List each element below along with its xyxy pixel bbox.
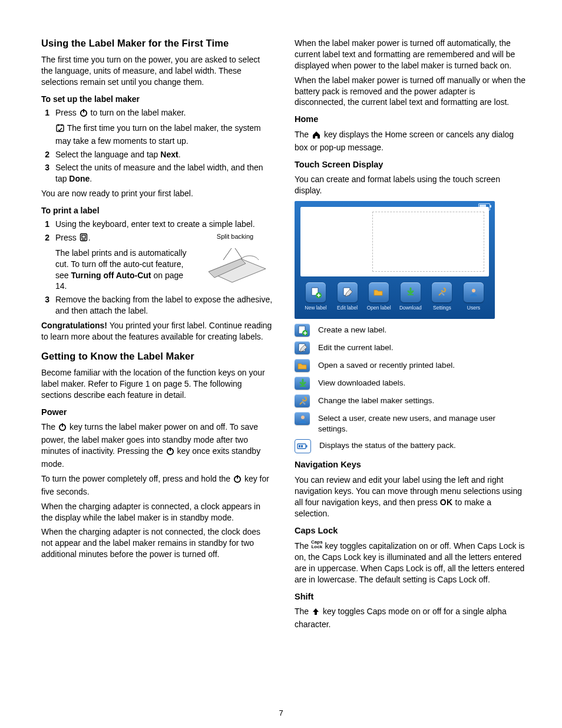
split-backing-icon (200, 242, 270, 284)
tsd-text: You can create and format labels using t… (295, 174, 527, 196)
print-key-icon (79, 232, 88, 245)
open-label-icon (295, 359, 310, 372)
caps-lock-key-icon: CapsLock (311, 540, 323, 549)
auto-off-text: When the label maker power is turned off… (295, 38, 527, 71)
svg-line-19 (223, 248, 232, 260)
ok-key-icon: OK (440, 498, 453, 507)
power-icon (58, 422, 67, 434)
label-canvas (300, 207, 489, 276)
home-toolbar: New label Edit label Open label Download… (300, 282, 489, 311)
users-button[interactable]: Users (459, 282, 488, 311)
svg-line-20 (235, 248, 242, 259)
shift-heading: Shift (295, 591, 527, 603)
caps-heading: Caps Lock (295, 525, 527, 537)
icon-legend: Create a new label. Edit the current lab… (295, 324, 527, 453)
print-step-3: Remove the backing from the label to exp… (55, 294, 273, 317)
nav-heading: Navigation Keys (295, 459, 527, 471)
congrats-text: Congratulations! You printed your first … (41, 320, 273, 342)
left-column: Using the Label Maker for the First Time… (41, 29, 273, 704)
home-heading: Home (295, 114, 527, 126)
download-icon (295, 377, 310, 390)
manual-off-text: When the label maker power is turned off… (295, 75, 527, 108)
startup-note: The first time you turn on the label mak… (55, 123, 261, 146)
settings-icon (295, 394, 310, 407)
power-heading: Power (41, 407, 273, 419)
power-icon (166, 446, 175, 459)
power-p4: When the charging adapter is not connect… (41, 526, 273, 560)
edit-label-icon (295, 341, 310, 354)
new-label-icon (295, 324, 310, 337)
setup-steps: 1 Press to turn on the label maker. The … (41, 107, 273, 185)
home-icon (311, 130, 322, 142)
open-label-button[interactable]: Open label (365, 282, 393, 311)
tsd-heading: Touch Screen Display (295, 159, 527, 171)
shift-arrow-icon (311, 607, 320, 619)
edit-label-button[interactable]: Edit label (333, 282, 362, 311)
heading-first-time: Using the Label Maker for the First Time (41, 37, 273, 50)
users-icon (295, 412, 310, 425)
intro-text: The first time you turn on the power, yo… (41, 54, 273, 88)
split-backing-figure: Split backing (197, 232, 273, 286)
new-label-button[interactable]: New label (302, 282, 330, 311)
heading-getting-to-know: Getting to Know the Label Maker (41, 350, 273, 363)
calendar-icon (55, 123, 65, 136)
power-icon (79, 108, 88, 120)
battery-icon (295, 439, 311, 453)
setup-subhead: To set up the label maker (41, 94, 273, 105)
know-intro: Become familiar with the location of the… (41, 367, 273, 401)
settings-button[interactable]: Settings (428, 282, 456, 311)
print-subhead: To print a label (41, 205, 273, 216)
page-number: 7 (0, 709, 562, 717)
touch-screen-screenshot: New label Edit label Open label Download… (295, 201, 495, 319)
power-icon (233, 474, 242, 486)
download-button[interactable]: Download (396, 282, 425, 311)
power-p3: When the charging adapter is connected, … (41, 501, 273, 523)
right-column: When the label maker power is turned off… (295, 29, 527, 704)
print-step-1: Using the keyboard, enter text to create… (55, 219, 273, 230)
print-steps: 1Using the keyboard, enter text to creat… (41, 219, 273, 317)
ready-text: You are now ready to print your first la… (41, 188, 273, 199)
